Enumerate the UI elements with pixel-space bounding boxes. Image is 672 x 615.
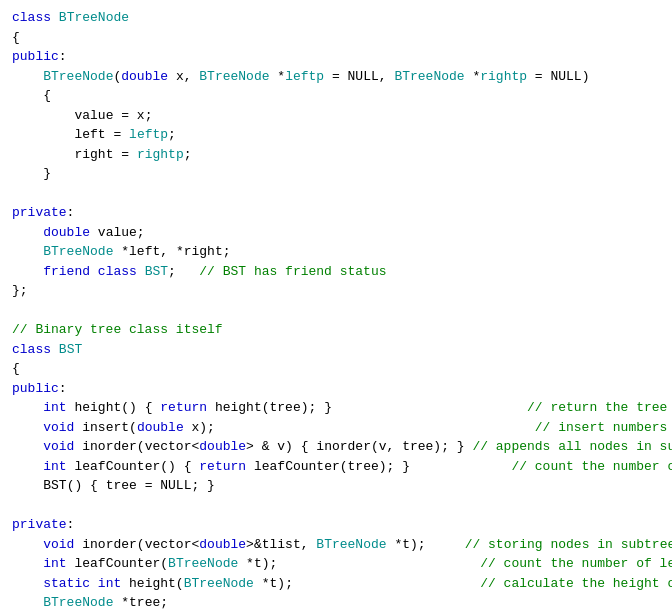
code-container: class BTreeNode { public: BTreeNode(doub… (12, 8, 660, 615)
code-block: class BTreeNode { public: BTreeNode(doub… (12, 8, 660, 615)
